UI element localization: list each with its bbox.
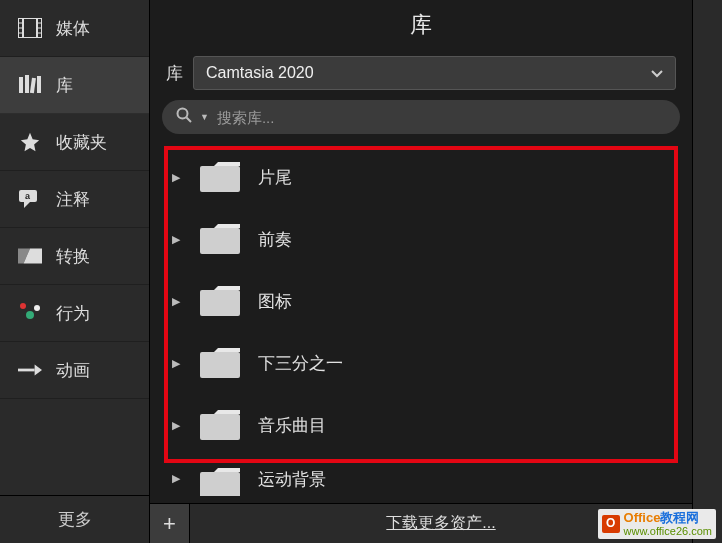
folder-row-motion[interactable]: ▶ 运动背景 — [158, 456, 678, 496]
sidebar-more-label: 更多 — [58, 510, 92, 529]
film-icon — [18, 16, 42, 40]
office-logo-icon: O — [602, 515, 620, 533]
folder-row-music[interactable]: ▶ 音乐曲目 — [158, 394, 678, 456]
folder-icon — [198, 466, 242, 496]
transition-icon — [18, 244, 42, 268]
library-selected-value: Camtasia 2020 — [206, 64, 314, 82]
sidebar-item-media[interactable]: 媒体 — [0, 0, 149, 57]
books-icon — [18, 73, 42, 97]
sidebar-item-transitions[interactable]: 转换 — [0, 228, 149, 285]
folder-label: 片尾 — [258, 166, 292, 189]
svg-rect-11 — [30, 78, 36, 93]
svg-rect-22 — [200, 228, 240, 254]
svg-rect-23 — [200, 290, 240, 316]
sidebar-item-label: 注释 — [56, 188, 90, 211]
search-box[interactable]: ▼ — [162, 100, 680, 134]
folder-label: 前奏 — [258, 228, 292, 251]
sidebar-item-label: 库 — [56, 74, 73, 97]
sidebar-more-button[interactable]: 更多 — [0, 495, 149, 543]
sidebar-item-label: 收藏夹 — [56, 131, 107, 154]
svg-rect-9 — [19, 77, 23, 93]
sidebar: 媒体 库 收藏夹 a 注释 转换 — [0, 0, 150, 543]
folder-row-intro[interactable]: ▶ 前奏 — [158, 208, 678, 270]
expand-icon: ▶ — [172, 357, 182, 370]
folder-icon — [198, 346, 242, 380]
plus-icon: + — [163, 511, 176, 537]
sidebar-item-annotations[interactable]: a 注释 — [0, 171, 149, 228]
expand-icon: ▶ — [172, 171, 182, 184]
svg-point-16 — [26, 311, 34, 319]
sidebar-item-label: 动画 — [56, 359, 90, 382]
sidebar-item-library[interactable]: 库 — [0, 57, 149, 114]
svg-point-15 — [20, 303, 26, 309]
svg-line-20 — [187, 118, 192, 123]
folder-row-icons[interactable]: ▶ 图标 — [158, 270, 678, 332]
folder-row-lowerthirds[interactable]: ▶ 下三分之一 — [158, 332, 678, 394]
panel-title: 库 — [150, 0, 692, 52]
chevron-down-icon — [651, 64, 663, 82]
expand-icon: ▶ — [172, 233, 182, 246]
folder-label: 音乐曲目 — [258, 414, 326, 437]
behavior-icon — [18, 301, 42, 325]
download-assets-label: 下载更多资产... — [386, 514, 495, 531]
sidebar-item-animations[interactable]: 动画 — [0, 342, 149, 399]
expand-icon: ▶ — [172, 419, 182, 432]
sidebar-item-label: 转换 — [56, 245, 90, 268]
svg-rect-26 — [200, 472, 240, 496]
callout-icon: a — [18, 187, 42, 211]
watermark-brand: Office — [624, 510, 661, 525]
svg-rect-25 — [200, 414, 240, 440]
watermark: O Office教程网 www.office26.com — [598, 509, 716, 539]
folder-icon — [198, 408, 242, 442]
search-input[interactable] — [217, 109, 666, 126]
animation-icon — [18, 358, 42, 382]
svg-point-17 — [34, 305, 40, 311]
library-selector-row: 库 Camtasia 2020 — [150, 52, 692, 100]
svg-point-19 — [178, 109, 188, 119]
folder-label: 下三分之一 — [258, 352, 343, 375]
folder-label: 图标 — [258, 290, 292, 313]
sidebar-item-favorites[interactable]: 收藏夹 — [0, 114, 149, 171]
folder-icon — [198, 222, 242, 256]
svg-rect-12 — [37, 76, 41, 93]
sidebar-item-behaviors[interactable]: 行为 — [0, 285, 149, 342]
svg-rect-24 — [200, 352, 240, 378]
svg-rect-21 — [200, 166, 240, 192]
folder-label: 运动背景 — [258, 468, 326, 491]
library-dropdown[interactable]: Camtasia 2020 — [193, 56, 676, 90]
expand-icon: ▶ — [172, 472, 182, 485]
watermark-cn: 教程网 — [660, 510, 699, 525]
folder-icon — [198, 160, 242, 194]
folder-icon — [198, 284, 242, 318]
folder-row-outro[interactable]: ▶ 片尾 — [158, 146, 678, 208]
svg-rect-10 — [25, 75, 29, 93]
right-strip — [692, 0, 722, 543]
add-button[interactable]: + — [150, 504, 190, 544]
library-folder-list: ▶ 片尾 ▶ 前奏 ▶ 图标 ▶ — [158, 146, 678, 503]
library-label: 库 — [166, 62, 183, 85]
sidebar-item-label: 行为 — [56, 302, 90, 325]
watermark-url: www.office26.com — [624, 525, 712, 537]
search-icon — [176, 107, 192, 127]
library-panel: 库 库 Camtasia 2020 ▼ ▶ — [150, 0, 692, 543]
star-icon — [18, 130, 42, 154]
sidebar-item-label: 媒体 — [56, 17, 90, 40]
chevron-down-icon: ▼ — [200, 112, 209, 122]
expand-icon: ▶ — [172, 295, 182, 308]
